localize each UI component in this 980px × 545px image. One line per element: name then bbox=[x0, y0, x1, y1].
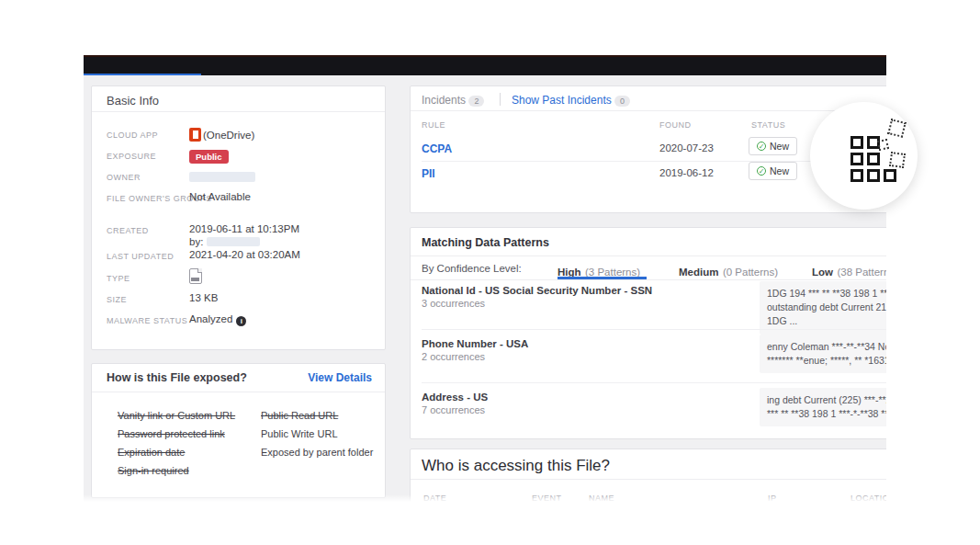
created-by-line: by: bbox=[189, 236, 260, 247]
divider bbox=[422, 329, 886, 330]
confidence-filter-label: By Confidence Level: bbox=[422, 263, 522, 274]
tab-confidence-medium[interactable]: Medium (0 Patterns) bbox=[679, 263, 778, 279]
label-last-updated: LAST UPDATED bbox=[107, 252, 174, 261]
status-text: New bbox=[770, 141, 789, 152]
file-exposed-panel: How is this File exposed? View Details V… bbox=[91, 363, 386, 498]
exposure-item-public-write-url: Public Write URL bbox=[261, 428, 338, 439]
column-header-rule: RULE bbox=[422, 120, 445, 130]
pixel-square-dotted bbox=[877, 139, 889, 151]
incident-status-button[interactable]: ✓New bbox=[749, 137, 797, 155]
label-exposure: EXPOSURE bbox=[107, 152, 156, 161]
matching-patterns-panel: Matching Data Patterns By Confidence Lev… bbox=[410, 227, 886, 439]
incident-status-button[interactable]: ✓New bbox=[749, 162, 797, 180]
owner-redacted-value bbox=[189, 172, 255, 182]
view-details-link[interactable]: View Details bbox=[308, 371, 372, 384]
divider bbox=[411, 110, 886, 111]
divider bbox=[92, 111, 385, 112]
pixel-square bbox=[867, 153, 880, 165]
pattern-occurrences: 3 occurrences bbox=[422, 298, 485, 309]
created-by-redacted bbox=[207, 237, 260, 246]
who-accessing-title: Who is accessing this File? bbox=[422, 457, 610, 475]
tab-confidence-low[interactable]: Low (38 Patterns) bbox=[812, 263, 886, 279]
basic-info-title: Basic Info bbox=[107, 94, 159, 108]
label-size: SIZE bbox=[107, 295, 127, 304]
incidents-tab-label: Incidents bbox=[422, 94, 466, 107]
exposure-item-password-link: Password protected link bbox=[118, 428, 225, 439]
file-owners-groups-value: Not Available bbox=[189, 191, 251, 202]
tab-medium-label: Medium bbox=[679, 267, 718, 278]
tab-low-label: Low bbox=[812, 267, 833, 278]
exposure-item-public-read-url: Public Read URL bbox=[261, 410, 338, 421]
pattern-snippet: enny Coleman ***-**-**34 No outstandi **… bbox=[760, 335, 886, 373]
incident-rule-link-pii[interactable]: PII bbox=[422, 167, 435, 180]
exposure-item-vanity-link: Vanity link or Custom URL bbox=[118, 410, 235, 421]
tab-medium-count: (0 Patterns) bbox=[723, 267, 778, 278]
pattern-occurrences: 2 occurrences bbox=[422, 351, 485, 362]
show-past-incidents-link[interactable]: Show Past Incidents 0 bbox=[512, 94, 630, 107]
created-value: 2019-06-11 at 10:13PM bbox=[189, 223, 299, 234]
pixel-square bbox=[850, 136, 863, 149]
divider bbox=[500, 93, 501, 106]
pixel-square bbox=[850, 153, 863, 165]
matching-patterns-title: Matching Data Patterns bbox=[422, 236, 549, 249]
last-updated-value: 2021-04-20 at 03:20AM bbox=[189, 249, 300, 260]
snippet-line: ing debt Current (225) ***-**25 *** ****… bbox=[767, 393, 886, 407]
active-nav-indicator bbox=[84, 74, 201, 75]
pattern-name: Address - US bbox=[422, 392, 488, 403]
pattern-name: National Id - US Social Security Number … bbox=[422, 285, 652, 296]
divider bbox=[422, 382, 886, 383]
incident-rule-link-ccpa[interactable]: CCPA bbox=[422, 142, 452, 155]
pixel-square bbox=[867, 169, 880, 182]
malware-status-text: Analyzed bbox=[189, 313, 232, 324]
divider bbox=[411, 479, 886, 480]
pattern-name: Phone Number - USA bbox=[422, 338, 528, 349]
snippet-line: ******* **enue; *****, ** *1631 1DG **7 … bbox=[767, 354, 886, 368]
office-365-icon bbox=[189, 128, 201, 142]
snippet-line: outstanding debt Current 212 - 205 - ** bbox=[767, 301, 886, 314]
pixel-square bbox=[884, 169, 896, 182]
snippet-line: 1DG ... bbox=[767, 314, 886, 328]
exposure-item-sign-in-required: Sign-in required bbox=[118, 465, 189, 476]
incident-found-date: 2019-06-12 bbox=[659, 167, 714, 178]
top-navigation-bar bbox=[84, 55, 886, 75]
past-incidents-count-badge: 0 bbox=[614, 96, 630, 107]
divider bbox=[92, 392, 385, 392]
label-cloud-app: CLOUD APP bbox=[107, 131, 158, 140]
check-circle-icon: ✓ bbox=[757, 142, 766, 151]
size-value: 13 KB bbox=[189, 292, 218, 303]
label-type: TYPE bbox=[107, 274, 130, 283]
incidents-count-badge: 2 bbox=[468, 96, 484, 107]
snippet-line: *** ** **38 198 1 ***-*-**38 **even Coch bbox=[767, 407, 886, 421]
exposure-badge: Public bbox=[189, 150, 229, 164]
divider bbox=[411, 279, 886, 280]
file-exposed-title: How is this File exposed? bbox=[107, 371, 247, 384]
malware-status-value: Analyzedi bbox=[189, 313, 246, 326]
pixel-square bbox=[850, 169, 863, 182]
label-created: CREATED bbox=[107, 226, 149, 235]
exposure-item-expiration-date: Expiration date bbox=[118, 447, 185, 458]
pattern-snippet: ing debt Current (225) ***-**25 *** ****… bbox=[760, 388, 886, 426]
cloud-app-value: (OneDrive) bbox=[189, 126, 254, 142]
file-type-icon bbox=[189, 268, 202, 284]
past-incidents-label: Show Past Incidents bbox=[512, 94, 612, 107]
incident-found-date: 2020-07-23 bbox=[659, 142, 714, 153]
cloud-app-name: (OneDrive) bbox=[203, 130, 254, 141]
tab-incidents[interactable]: Incidents 2 bbox=[422, 94, 484, 107]
column-header-found: FOUND bbox=[659, 120, 692, 130]
pattern-snippet: 1DG 194 *** ** **38 198 1 ***-*-**38 **-… bbox=[760, 281, 886, 335]
status-text: New bbox=[770, 165, 789, 176]
bottom-fade bbox=[84, 494, 886, 502]
app-screenshot: Basic Info CLOUD APP (OneDrive) EXPOSURE… bbox=[84, 55, 886, 502]
snippet-line: enny Coleman ***-**-**34 No outstandi bbox=[767, 340, 886, 354]
divider bbox=[411, 255, 886, 256]
tab-low-count: (38 Patterns) bbox=[837, 267, 886, 278]
label-malware-status: MALWARE STATUS bbox=[107, 316, 187, 325]
check-circle-icon: ✓ bbox=[757, 166, 766, 176]
created-by-label: by: bbox=[189, 236, 203, 247]
pixel-square-dotted bbox=[889, 152, 906, 168]
basic-info-panel: Basic Info CLOUD APP (OneDrive) EXPOSURE… bbox=[91, 85, 386, 350]
pattern-occurrences: 7 occurrences bbox=[422, 404, 485, 415]
exposure-item-parent-folder: Exposed by parent folder bbox=[261, 447, 373, 458]
info-icon[interactable]: i bbox=[236, 316, 246, 326]
snippet-line: 1DG 194 *** ** **38 198 1 ***-*-**38 **- bbox=[767, 287, 886, 301]
